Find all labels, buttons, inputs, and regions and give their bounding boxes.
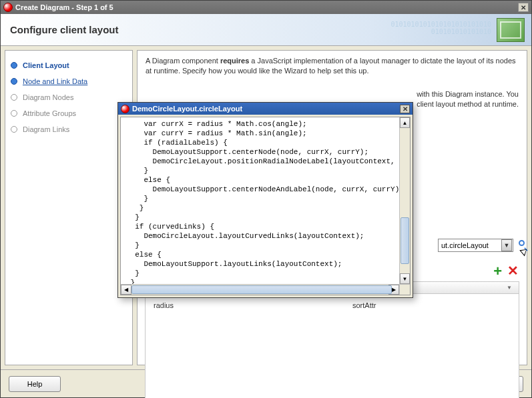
steps-sidebar: Client Layout Node and Link Data Diagram… xyxy=(5,50,133,365)
scroll-left-icon[interactable]: ◀ xyxy=(121,285,131,295)
sidebar-item-diagram-links: Diagram Links xyxy=(11,121,127,137)
step-dot-icon xyxy=(11,126,17,133)
scroll-thumb[interactable] xyxy=(401,217,409,264)
scroll-down-icon[interactable]: ▼ xyxy=(400,273,410,284)
horizontal-scrollbar[interactable]: ◀ ▶ xyxy=(121,284,399,295)
sidebar-item-diagram-nodes: Diagram Nodes xyxy=(11,89,127,105)
app-icon xyxy=(121,105,129,113)
description-text: A Diagram component requires a JavaScrip… xyxy=(146,56,519,77)
popup-body: var currX = radius * Math.cos(angle); va… xyxy=(120,117,411,295)
popup-titlebar[interactable]: DemoCircleLayout.circleLayout ✕ xyxy=(118,103,413,115)
scroll-up-icon[interactable]: ▲ xyxy=(400,117,410,128)
table-body: radius sortAttr optimalLinkLength75 xyxy=(146,294,519,398)
scroll-thumb[interactable] xyxy=(131,285,392,294)
sort-icon[interactable]: ▼ xyxy=(507,285,515,291)
wizard-header: 0101010101010101010101010 01010101010101… xyxy=(1,14,531,46)
step-dot-icon xyxy=(11,78,17,85)
scrollbar-corner xyxy=(399,284,410,295)
table-toolbar: + ✕ xyxy=(493,264,519,279)
step-dot-icon xyxy=(11,94,17,101)
table-row[interactable]: sortAttr xyxy=(348,298,519,312)
sidebar-item-client-layout[interactable]: Client Layout xyxy=(11,57,127,73)
partially-obscured-text: with this Diagram instance. You client l… xyxy=(417,89,519,110)
code-preview-popup: DemoCircleLayout.circleLayout ✕ var curr… xyxy=(117,102,413,298)
close-icon[interactable]: ✕ xyxy=(518,3,529,12)
vertical-scrollbar[interactable]: ▲ ▼ xyxy=(399,117,410,284)
sidebar-item-attribute-groups: Attribute Groups xyxy=(11,105,127,121)
window-title: Create Diagram - Step 1 of 5 xyxy=(15,3,518,11)
step-dot-icon xyxy=(11,62,17,69)
attributes-table: ▼ Value▼ radius sortAttr optimalLinkLeng… xyxy=(145,281,519,398)
popup-close-icon[interactable]: ✕ xyxy=(400,105,410,113)
code-viewer[interactable]: var currX = radius * Math.cos(angle); va… xyxy=(121,117,399,284)
wizard-graphic-icon xyxy=(497,18,525,42)
dropdown-button[interactable]: ▼ xyxy=(501,239,512,251)
table-row[interactable]: radius xyxy=(150,298,344,312)
layout-input[interactable] xyxy=(439,241,501,249)
layout-selector-row: ▼ xyxy=(438,239,528,252)
app-icon xyxy=(3,3,13,12)
decorative-binary: 0101010101010101010101010 01010101010101… xyxy=(390,21,491,35)
page-title: Configure client layout xyxy=(10,24,119,35)
popup-title: DemoCircleLayout.circleLayout xyxy=(132,105,400,113)
layout-dropdown[interactable]: ▼ xyxy=(438,239,513,252)
remove-icon[interactable]: ✕ xyxy=(507,264,519,279)
sidebar-item-node-link-data[interactable]: Node and Link Data xyxy=(11,73,127,89)
titlebar[interactable]: Create Diagram - Step 1 of 5 ✕ xyxy=(1,1,531,14)
step-dot-icon xyxy=(11,110,17,117)
help-button[interactable]: Help xyxy=(9,376,61,392)
add-icon[interactable]: + xyxy=(493,264,502,279)
cursor-icon xyxy=(520,246,529,258)
